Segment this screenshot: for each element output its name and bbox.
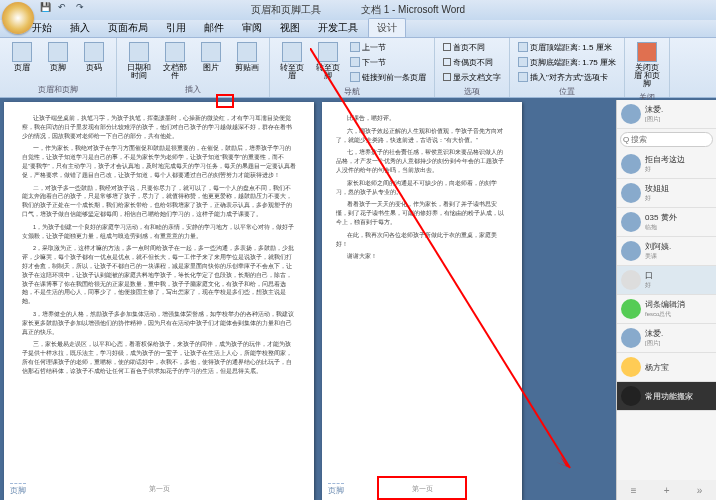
group-label: 页眉和页脚 — [6, 82, 110, 95]
paragraph: 看看孩子一天天的变化，作为家长，看到了并子读书思安懂，到了花子读书生果，可能的修… — [336, 200, 508, 226]
group-position: 页眉顶端距离:1.5 厘米 页脚底端距离:1.75 厘米 插入"对齐方式"选项卡… — [510, 38, 625, 97]
undo-icon[interactable]: ↶ — [58, 2, 72, 16]
add-icon[interactable]: + — [664, 485, 670, 496]
date-icon — [129, 42, 149, 62]
paragraph: 七，培养孩子的社会责任感，帮侯意识和来要品格识做人的品格，才产发一个优秀的人意都… — [336, 148, 508, 174]
lock-icon — [621, 386, 641, 406]
header-icon — [12, 42, 32, 62]
close-icon — [637, 42, 657, 62]
title-bar: 页眉和页脚工具 文档 1 - Microsoft Word — [0, 0, 716, 20]
menu-icon[interactable]: ≡ — [631, 485, 637, 496]
tab-developer[interactable]: 开发工具 — [310, 19, 366, 37]
prev-icon — [350, 42, 360, 52]
tab-insert[interactable]: 插入 — [62, 19, 98, 37]
avatar — [621, 183, 641, 203]
office-button[interactable] — [2, 2, 34, 34]
chat-item[interactable]: 杨方宝 — [617, 353, 716, 382]
paragraph: 六，嘲孩子效起正解的人生观和价值观，学孩子音先方向对了，就能少走类路，快速前进，… — [336, 127, 508, 145]
page-footer-text[interactable]: 第一页 — [4, 483, 314, 494]
parts-icon — [165, 42, 185, 62]
annotation-red-box-ribbon — [216, 94, 234, 108]
show-doc-text-check[interactable]: 显示文档文字 — [441, 70, 503, 84]
page-1[interactable]: 让孩子端坐桌前，执笔习字，为孩子执笔，挥毫泼墨时，心操新的微染红，才有学习耳濡目… — [4, 102, 314, 500]
footer-icon — [48, 42, 68, 62]
redo-icon[interactable]: ↷ — [76, 2, 90, 16]
group-label: 位置 — [516, 84, 618, 97]
tab-mailings[interactable]: 邮件 — [196, 19, 232, 37]
next-icon — [350, 57, 360, 67]
chat-top-user[interactable]: 沫爱.[图片] — [617, 100, 716, 129]
pagenum-icon — [84, 42, 104, 62]
expand-icon[interactable]: » — [697, 485, 703, 496]
paragraph: 2，采取激为正，这样才嘛的方法，多一点时间给孩子在一起，多一些沟通，多表扬，多鼓… — [22, 244, 296, 306]
goto-header-button[interactable]: 转至页眉 — [276, 40, 308, 84]
group-options: 首页不同 奇偶页不同 显示文档文字 选项 — [435, 38, 510, 97]
group-insert: 日期和 时间 文档部件 图片 剪贴画 插入 — [117, 38, 270, 97]
insert-align-tab[interactable]: 插入"对齐方式"选项卡 — [516, 70, 618, 84]
chat-item[interactable]: 词条编辑消fesco总代 — [617, 295, 716, 324]
pagenum-button[interactable]: 页码 — [78, 40, 110, 74]
paragraph: 二，对孩子多一些鼓励，我经对孩子说，只要你尽力了，就可以了，每一个人的盘点不同，… — [22, 184, 296, 219]
context-tool-label: 页眉和页脚工具 — [251, 3, 321, 17]
goto-footer-button[interactable]: 转至页脚 — [312, 40, 344, 84]
chat-item[interactable]: 刘阿姨.美课 — [617, 237, 716, 266]
checkbox-icon — [443, 73, 451, 81]
header-top-distance[interactable]: 页眉顶端距离:1.5 厘米 — [516, 40, 618, 54]
clipart-button[interactable]: 剪贴画 — [231, 40, 263, 82]
paragraph: 在此，我再次问各位老师孩子所做此于衣的重桌，家庭美好！ — [336, 231, 508, 249]
odd-even-diff-check[interactable]: 奇偶页不同 — [441, 55, 503, 69]
paragraph: 1，为孩子创建一个良好的家庭学习活动，有和睦的亲情，安静的学习地方，以平常心对待… — [22, 223, 296, 241]
chat-item[interactable]: 拒自考这边好 — [617, 150, 716, 179]
tab-design[interactable]: 设计 — [368, 18, 406, 37]
checkbox-icon — [443, 58, 451, 66]
chat-notice[interactable]: 常用功能搬家 — [617, 382, 716, 411]
date-button[interactable]: 日期和 时间 — [123, 40, 155, 82]
ribbon-tabs: 开始 插入 页面布局 引用 邮件 审阅 视图 开发工具 设计 — [0, 20, 716, 38]
document-area[interactable]: 让孩子端坐桌前，执笔习字，为孩子执笔，挥毫泼墨时，心操新的微染红，才有学习耳濡目… — [0, 98, 716, 500]
tab-review[interactable]: 审阅 — [234, 19, 270, 37]
chat-item[interactable]: 玫姐姐好 — [617, 179, 716, 208]
first-page-diff-check[interactable]: 首页不同 — [441, 40, 503, 54]
group-label: 选项 — [441, 84, 503, 97]
tab-layout[interactable]: 页面布局 — [100, 19, 156, 37]
footer-button[interactable]: 页脚 — [42, 40, 74, 74]
group-close: 关闭页眉 和页脚 关闭 — [625, 38, 670, 97]
group-label: 导航 — [276, 84, 428, 97]
chat-panel: 沫爱.[图片] 拒自考这边好 玫姐姐好 035 黄外临拖 刘阿姨.美课 口好 词… — [616, 100, 716, 500]
prev-section-button[interactable]: 上一节 — [348, 40, 428, 54]
goto-footer-icon — [318, 42, 338, 62]
link-prev-button[interactable]: 链接到前一条页眉 — [348, 70, 428, 84]
avatar — [621, 357, 641, 377]
clipart-icon — [237, 42, 257, 62]
dist-icon — [518, 57, 528, 67]
goto-header-icon — [282, 42, 302, 62]
page-2[interactable]: 比课告，嘴好评。 六，嘲孩子效起正解的人生观和价值观，学孩子音先方向对了，就能少… — [322, 102, 522, 500]
tab-view[interactable]: 视图 — [272, 19, 308, 37]
save-icon[interactable]: 💾 — [40, 2, 54, 16]
search-input[interactable] — [620, 132, 713, 147]
avatar — [621, 299, 641, 319]
dist-icon — [518, 42, 528, 52]
header-button[interactable]: 页眉 — [6, 40, 38, 74]
checkbox-icon — [443, 43, 451, 51]
chat-item[interactable]: 035 黄外临拖 — [617, 208, 716, 237]
annotation-red-box-footer — [377, 476, 467, 500]
paragraph: 一，作为家长，我绝对孩子在学习方面催促和鼓励是很重要的，在催促，鼓励后，培养孩子… — [22, 144, 296, 179]
picture-button[interactable]: 图片 — [195, 40, 227, 82]
footer-bottom-distance[interactable]: 页脚底端距离:1.75 厘米 — [516, 55, 618, 69]
tab-references[interactable]: 引用 — [158, 19, 194, 37]
chat-item-selected[interactable]: 口好 — [617, 266, 716, 295]
group-navigation: 转至页眉 转至页脚 上一节 下一节 链接到前一条页眉 导航 — [270, 38, 435, 97]
close-header-footer-button[interactable]: 关闭页眉 和页脚 — [631, 40, 663, 90]
paragraph: 3，培养健全的人格，然励孩子多参加集体活动，增强集体荣誉感，如学校举办的各种活动… — [22, 310, 296, 336]
chat-item[interactable]: 沫爱.[图片] — [617, 324, 716, 353]
tab-icon — [518, 72, 528, 82]
avatar — [621, 104, 641, 124]
document-title: 文档 1 - Microsoft Word — [361, 3, 465, 17]
avatar — [621, 328, 641, 348]
next-section-button[interactable]: 下一节 — [348, 55, 428, 69]
parts-button[interactable]: 文档部件 — [159, 40, 191, 82]
paragraph: 比课告，嘴好评。 — [336, 114, 508, 123]
avatar — [621, 241, 641, 261]
paragraph: 谢谢大家！ — [336, 252, 508, 261]
